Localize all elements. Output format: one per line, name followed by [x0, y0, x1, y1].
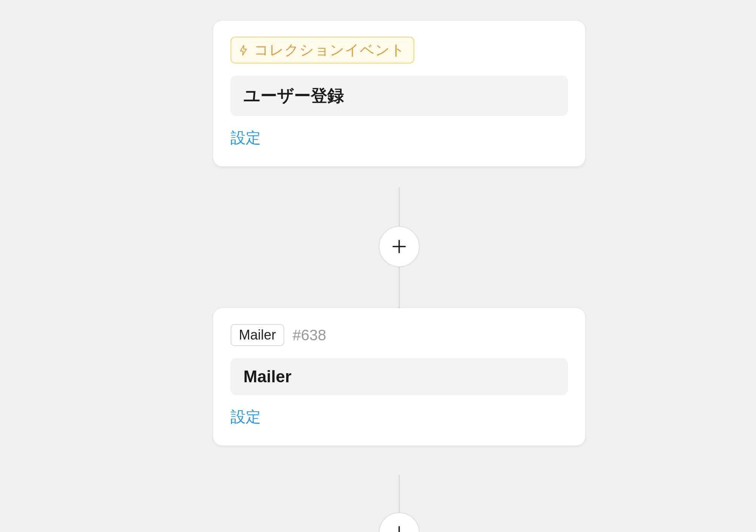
badge-row: Mailer #638 [231, 324, 568, 346]
workflow-canvas: コレクションイベント ユーザー登録 設定 Mailer #638 Mailer … [0, 0, 756, 532]
bolt-icon [238, 44, 249, 57]
workflow-node-trigger[interactable]: コレクションイベント ユーザー登録 設定 [213, 21, 585, 166]
action-id: #638 [293, 327, 326, 344]
plus-icon [391, 524, 407, 532]
node-title-box: ユーザー登録 [231, 76, 568, 116]
add-step-button[interactable] [379, 226, 420, 267]
workflow-node-action[interactable]: Mailer #638 Mailer 設定 [213, 308, 585, 445]
settings-link[interactable]: 設定 [231, 406, 261, 427]
node-title: Mailer [243, 367, 555, 386]
action-type-badge: Mailer [231, 324, 284, 346]
node-title: ユーザー登録 [243, 85, 555, 107]
add-step-button[interactable] [379, 512, 420, 532]
event-badge: コレクションイベント [231, 37, 414, 64]
event-badge-label: コレクションイベント [254, 40, 405, 60]
settings-link[interactable]: 設定 [231, 127, 261, 148]
plus-icon [391, 238, 407, 255]
node-title-box: Mailer [231, 358, 568, 395]
